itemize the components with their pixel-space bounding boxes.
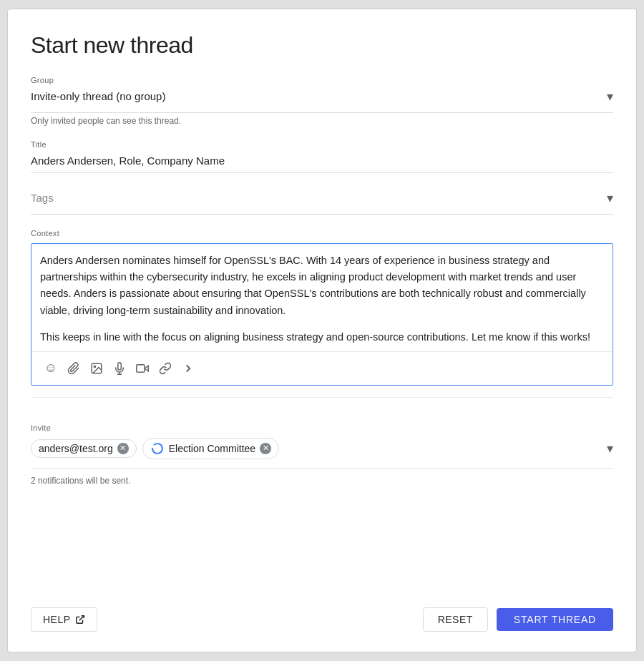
help-button[interactable]: HELP xyxy=(31,607,97,632)
svg-point-1 xyxy=(94,366,95,367)
emoji-icon[interactable]: ☺ xyxy=(40,358,62,379)
editor-content[interactable]: Anders Andersen nominates himself for Op… xyxy=(31,244,613,351)
invite-label: Invite xyxy=(31,423,613,432)
invite-chevron-icon: ▾ xyxy=(607,441,613,456)
svg-line-7 xyxy=(79,616,83,620)
title-input[interactable] xyxy=(31,150,613,173)
title-section: Title xyxy=(31,140,613,173)
group-label: Group xyxy=(31,76,613,84)
tags-section: Tags ▾ xyxy=(31,187,613,215)
group-hint: Only invited people can see this thread. xyxy=(31,116,613,126)
help-button-label: HELP xyxy=(43,614,71,625)
reset-button-label: RESET xyxy=(438,614,473,625)
invite-chip-email: anders@test.org ✕ xyxy=(31,439,137,458)
svg-rect-5 xyxy=(137,365,145,373)
notifications-hint: 2 notifications will be sent. xyxy=(31,476,613,486)
group-value: Invite-only thread (no group) xyxy=(31,86,607,107)
title-label: Title xyxy=(31,140,613,149)
start-button-label: START THREAD xyxy=(514,614,596,625)
editor-toolbar: ☺ xyxy=(31,351,613,385)
invite-chip-group-close[interactable]: ✕ xyxy=(260,443,271,454)
modal-container: Start new thread Group Invite-only threa… xyxy=(7,9,637,652)
image-icon[interactable] xyxy=(86,358,107,379)
svg-marker-4 xyxy=(145,366,148,371)
footer: HELP RESET START THREAD xyxy=(31,599,613,632)
start-thread-button[interactable]: START THREAD xyxy=(497,608,613,631)
group-chevron-icon: ▾ xyxy=(607,89,613,104)
context-paragraph2: This keeps in line with the focus on ali… xyxy=(40,329,604,346)
more-icon[interactable] xyxy=(177,358,199,379)
invite-chip-email-text: anders@test.org xyxy=(39,443,113,454)
invite-section: Invite anders@test.org ✕ Election Commit… xyxy=(31,423,613,469)
video-icon[interactable] xyxy=(132,358,153,379)
context-section: Context Anders Andersen nominates himsel… xyxy=(31,229,613,386)
invite-chip-group: Election Committee ✕ xyxy=(142,438,279,459)
tags-placeholder: Tags xyxy=(31,187,607,208)
editor-box[interactable]: Anders Andersen nominates himself for Op… xyxy=(31,243,613,386)
svg-point-6 xyxy=(152,444,162,454)
link-icon[interactable] xyxy=(155,358,176,379)
invite-chip-group-text: Election Committee xyxy=(169,443,255,454)
reset-button[interactable]: RESET xyxy=(423,607,488,632)
group-section: Group Invite-only thread (no group) ▾ On… xyxy=(31,76,613,137)
external-link-icon xyxy=(75,615,85,625)
section-divider xyxy=(31,397,613,398)
invite-row: anders@test.org ✕ Election Committee ✕ ▾ xyxy=(31,438,613,459)
page-title: Start new thread xyxy=(31,32,613,59)
footer-actions: RESET START THREAD xyxy=(423,607,613,632)
tags-dropdown[interactable]: Tags ▾ xyxy=(31,187,613,215)
mic-icon[interactable] xyxy=(109,358,130,379)
context-label: Context xyxy=(31,229,613,238)
context-paragraph1: Anders Andersen nominates himself for Op… xyxy=(40,253,604,319)
group-dropdown[interactable]: Invite-only thread (no group) ▾ xyxy=(31,86,613,113)
attach-icon[interactable] xyxy=(63,358,84,379)
invite-chip-email-close[interactable]: ✕ xyxy=(117,443,129,454)
election-committee-icon xyxy=(150,441,165,456)
tags-chevron-icon: ▾ xyxy=(607,190,613,206)
